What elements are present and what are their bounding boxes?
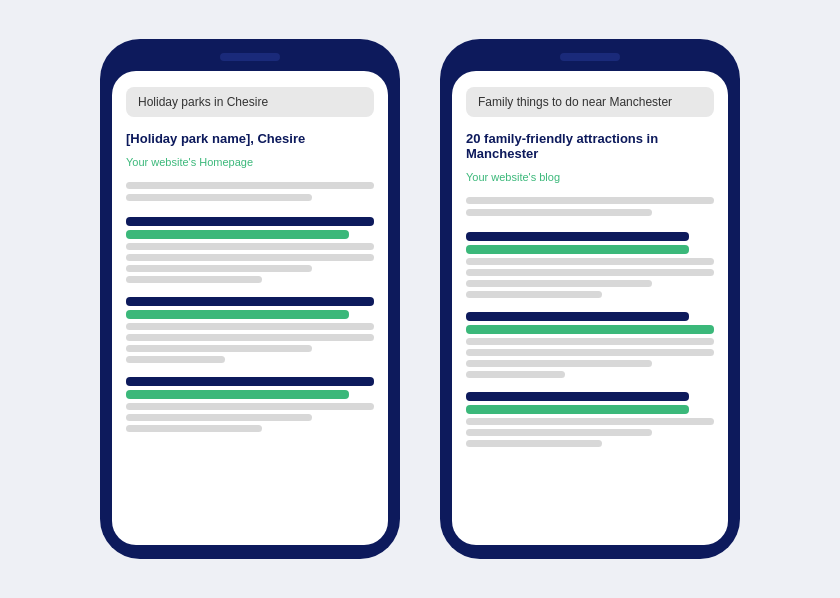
- skel-green: [466, 405, 689, 414]
- skel-line: [466, 258, 714, 265]
- skel-green: [466, 325, 714, 334]
- result-group-1a: [126, 217, 374, 283]
- search-bar-1: Holiday parks in Chesire: [126, 87, 374, 117]
- phone-notch-1: [220, 53, 280, 61]
- skel-line: [126, 403, 374, 410]
- skel-line: [126, 356, 225, 363]
- result-group-2c: [466, 392, 714, 447]
- skel-green: [126, 230, 349, 239]
- result-title-1: [Holiday park name], Chesire: [126, 131, 374, 146]
- skel-dark: [126, 377, 374, 386]
- skel-line: [126, 334, 374, 341]
- search-bar-2: Family things to do near Manchester: [466, 87, 714, 117]
- phone-screen-2: Family things to do near Manchester 20 f…: [452, 71, 728, 545]
- skel-line: [466, 291, 602, 298]
- result-title-2: 20 family-friendly attractions in Manche…: [466, 131, 714, 161]
- result-group-2a: [466, 232, 714, 298]
- skel-line: [466, 429, 652, 436]
- skel-line: [126, 425, 262, 432]
- skel-line: [466, 280, 652, 287]
- result-group-2b: [466, 312, 714, 378]
- skel-line: [126, 194, 312, 201]
- skel-line: [466, 197, 714, 204]
- skel-line: [466, 209, 652, 216]
- skel-dark: [466, 312, 689, 321]
- result-group-1b: [126, 297, 374, 363]
- skel-line: [466, 349, 714, 356]
- skel-line: [466, 338, 714, 345]
- skel-line: [126, 182, 374, 189]
- skel-line: [466, 418, 714, 425]
- result-url-1: Your website's Homepage: [126, 156, 374, 168]
- skel-line: [126, 265, 312, 272]
- phone-2: Family things to do near Manchester 20 f…: [440, 39, 740, 559]
- skel-dark: [466, 232, 689, 241]
- phone-1: Holiday parks in Chesire [Holiday park n…: [100, 39, 400, 559]
- skel-dark: [466, 392, 689, 401]
- skel-line: [126, 414, 312, 421]
- skel-line: [466, 360, 652, 367]
- skel-dark: [126, 297, 374, 306]
- skel-dark: [126, 217, 374, 226]
- skel-line: [466, 269, 714, 276]
- skel-line: [466, 371, 565, 378]
- result-group-1c: [126, 377, 374, 432]
- skel-green: [466, 245, 689, 254]
- phone-notch-2: [560, 53, 620, 61]
- phone-screen-1: Holiday parks in Chesire [Holiday park n…: [112, 71, 388, 545]
- skel-line: [126, 323, 374, 330]
- skel-line: [126, 276, 262, 283]
- skel-green: [126, 310, 349, 319]
- skel-line: [126, 254, 374, 261]
- skel-line: [466, 440, 602, 447]
- skel-line: [126, 243, 374, 250]
- phones-container: Holiday parks in Chesire [Holiday park n…: [100, 39, 740, 559]
- skeleton-desc-2: [466, 197, 714, 216]
- skeleton-desc-1: [126, 182, 374, 201]
- skel-green: [126, 390, 349, 399]
- result-url-2: Your website's blog: [466, 171, 714, 183]
- skel-line: [126, 345, 312, 352]
